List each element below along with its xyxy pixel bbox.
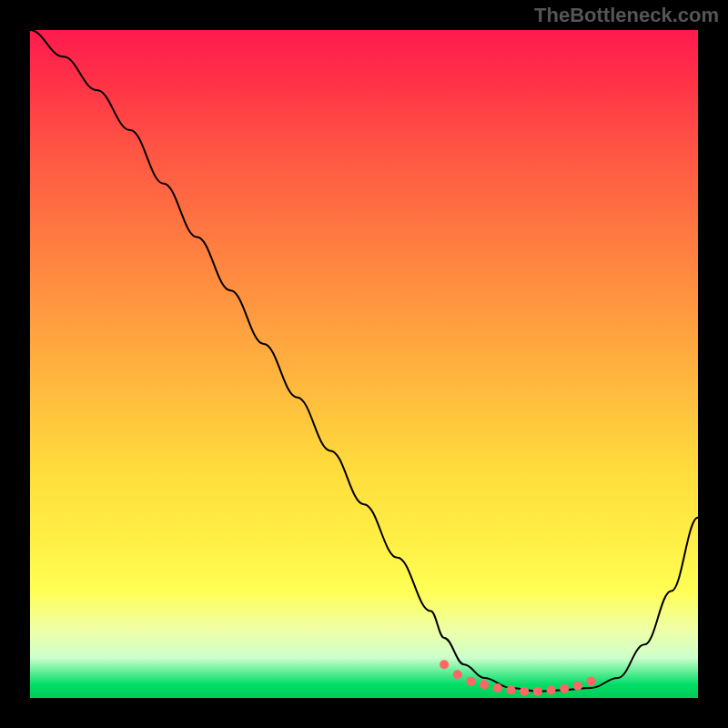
valley-dot bbox=[560, 684, 569, 693]
bottleneck-line bbox=[30, 30, 698, 692]
valley-dot bbox=[587, 677, 596, 686]
valley-dot bbox=[573, 682, 582, 691]
valley-dot bbox=[466, 677, 475, 686]
valley-dot bbox=[493, 683, 502, 693]
valley-dot bbox=[520, 687, 529, 696]
valley-dot bbox=[533, 687, 542, 696]
valley-dot bbox=[506, 685, 515, 694]
valley-dot bbox=[453, 670, 462, 679]
valley-dot bbox=[440, 660, 449, 669]
watermark-text: TheBottleneck.com bbox=[534, 4, 719, 27]
valley-dot bbox=[480, 680, 489, 689]
valley-dot bbox=[547, 685, 556, 694]
valley-dots-group bbox=[440, 660, 595, 695]
chart-plot-area bbox=[30, 30, 698, 698]
chart-svg bbox=[30, 30, 698, 698]
